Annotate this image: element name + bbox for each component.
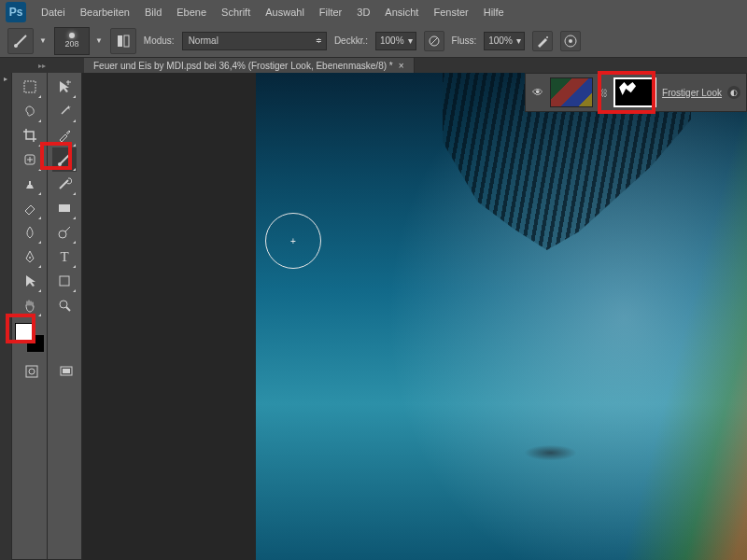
airbrush-icon[interactable]	[532, 31, 553, 51]
chevron-down-icon[interactable]: ▼	[39, 36, 47, 45]
menu-layer[interactable]: Ebene	[169, 3, 214, 21]
brush-tip-preview	[69, 33, 75, 38]
rectangular-marquee-icon[interactable]	[18, 75, 42, 99]
layer-effects-icon[interactable]: ◐	[727, 86, 740, 99]
eraser-icon[interactable]	[18, 196, 42, 220]
svg-rect-22	[59, 204, 70, 212]
menu-bar: Ps Datei Bearbeiten Bild Ebene Schrift A…	[0, 0, 747, 24]
toolbox: T	[11, 73, 82, 560]
brush-preset-picker[interactable]: 208	[54, 27, 90, 55]
gradient-icon[interactable]	[52, 196, 77, 220]
brush-cursor: +	[265, 213, 321, 269]
document-canvas[interactable]	[256, 73, 747, 560]
menu-image[interactable]: Bild	[137, 3, 169, 21]
zoom-icon[interactable]	[52, 293, 77, 317]
blur-icon[interactable]	[18, 220, 42, 245]
menu-3d[interactable]: 3D	[349, 3, 377, 21]
svg-rect-26	[60, 276, 69, 286]
history-brush-icon[interactable]	[52, 172, 77, 196]
screen-mode-icon[interactable]	[59, 364, 74, 379]
svg-point-6	[546, 36, 548, 38]
menu-select[interactable]: Auswahl	[258, 3, 312, 21]
mask-link-icon[interactable]: ⛓	[599, 88, 608, 98]
pen-icon[interactable]	[18, 245, 42, 269]
svg-rect-14	[26, 366, 37, 377]
opacity-input[interactable]: 100%▾	[375, 32, 416, 50]
svg-point-1	[14, 44, 18, 48]
svg-line-19	[60, 155, 69, 164]
svg-rect-2	[118, 35, 122, 47]
crop-icon[interactable]	[18, 123, 42, 147]
svg-line-25	[65, 227, 70, 231]
brush-panel-toggle-icon[interactable]	[110, 28, 136, 54]
flow-label: Fluss:	[452, 35, 477, 46]
options-bar: ▼ 208 ▼ Modus: Normal ≑ Deckkr.: 100%▾ F…	[0, 24, 747, 58]
chevron-down-icon: ▾	[516, 35, 521, 46]
tab-bar: ▸▸ Feuer und Eis by MDI.psd bei 36,4% (F…	[0, 58, 747, 73]
flow-value: 100%	[488, 35, 513, 46]
clone-stamp-icon[interactable]	[18, 172, 42, 196]
chevron-down-icon: ▾	[408, 35, 413, 46]
svg-point-27	[60, 301, 67, 308]
brush-icon[interactable]	[52, 147, 77, 172]
svg-line-21	[60, 180, 68, 189]
layer-name-label[interactable]: Frostiger Look	[662, 88, 722, 98]
menu-window[interactable]: Fenster	[426, 3, 475, 21]
svg-rect-3	[124, 35, 129, 47]
svg-rect-30	[63, 369, 70, 373]
dodge-icon[interactable]	[52, 220, 77, 245]
mode-label: Modus:	[144, 35, 175, 46]
svg-rect-9	[24, 81, 35, 92]
toolbox-col-left	[11, 73, 47, 560]
menu-filter[interactable]: Filter	[312, 3, 349, 21]
layer-mask-thumbnail[interactable]	[613, 77, 656, 107]
svg-point-24	[59, 231, 66, 238]
menu-view[interactable]: Ansicht	[377, 3, 426, 21]
chevron-updown-icon: ≑	[316, 36, 322, 45]
rectangle-shape-icon[interactable]	[52, 269, 77, 293]
visibility-toggle-icon[interactable]: 👁	[531, 86, 544, 99]
svg-point-15	[29, 369, 35, 374]
magic-wand-icon[interactable]	[52, 99, 77, 123]
hand-icon[interactable]	[18, 293, 42, 317]
path-select-icon[interactable]	[18, 269, 42, 293]
blend-mode-value: Normal	[189, 35, 218, 46]
pressure-opacity-icon[interactable]	[424, 31, 444, 51]
menu-file[interactable]: Datei	[34, 3, 73, 21]
type-icon[interactable]: T	[52, 245, 77, 269]
document-title: Feuer und Eis by MDI.psd bei 36,4% (Fros…	[93, 61, 393, 71]
svg-point-20	[58, 162, 62, 166]
brush-size-value: 208	[64, 39, 78, 49]
spot-heal-icon[interactable]	[18, 147, 42, 172]
panel-collapse-icon[interactable]: ▸▸	[0, 58, 84, 73]
svg-line-5	[430, 37, 438, 45]
menu-edit[interactable]: Bearbeiten	[73, 3, 137, 21]
opacity-label: Deckkr.:	[334, 35, 368, 46]
flow-input[interactable]: 100%▾	[484, 32, 525, 50]
color-swatch[interactable]	[15, 323, 45, 353]
eyedropper-icon[interactable]	[52, 123, 77, 147]
expand-icon: ▸	[4, 75, 7, 83]
blend-mode-select[interactable]: Normal ≑	[182, 32, 327, 50]
canvas-area[interactable]: +	[82, 73, 747, 560]
document-tab[interactable]: Feuer und Eis by MDI.psd bei 36,4% (Fros…	[84, 58, 415, 73]
opacity-value: 100%	[380, 35, 404, 46]
svg-line-28	[66, 307, 70, 311]
quick-mask-icon[interactable]	[24, 364, 39, 379]
svg-point-13	[29, 257, 31, 259]
close-icon[interactable]: ×	[399, 61, 404, 71]
layer-thumbnail[interactable]	[550, 77, 593, 107]
menu-help[interactable]: Hilfe	[476, 3, 512, 21]
chevron-down-icon[interactable]: ▼	[95, 36, 103, 45]
layers-panel-row[interactable]: 👁 ⛓ Frostiger Look ◐	[525, 73, 747, 112]
tool-preset-icon[interactable]	[7, 28, 34, 54]
lasso-icon[interactable]	[18, 99, 42, 123]
move-icon[interactable]	[52, 75, 77, 99]
toolbox-col-right: T	[47, 73, 82, 560]
menu-type[interactable]: Schrift	[214, 3, 258, 21]
foreground-color[interactable]	[15, 323, 34, 342]
svg-point-8	[569, 39, 572, 43]
pressure-size-icon[interactable]	[560, 31, 581, 51]
app-logo: Ps	[6, 2, 26, 22]
panel-gutter[interactable]: ▸	[0, 73, 11, 560]
